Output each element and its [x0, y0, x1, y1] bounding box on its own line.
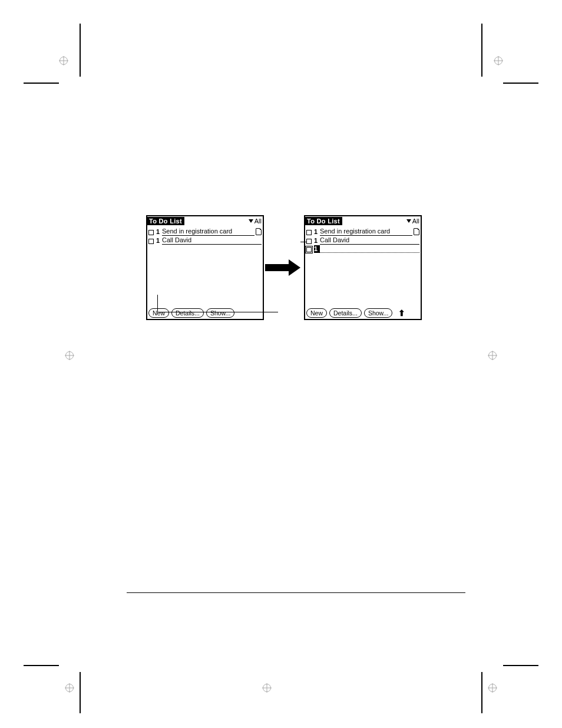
category-dropdown[interactable]: All [406, 218, 419, 225]
button-bar: New Details... Show... ⬆ [306, 308, 405, 318]
todo-text[interactable]: Call David [162, 236, 262, 245]
category-dropdown[interactable]: All [249, 218, 262, 225]
crop-tick [24, 665, 59, 666]
annotation-line [157, 295, 278, 312]
todo-text-empty[interactable] [320, 252, 419, 253]
registration-mark [488, 683, 497, 693]
category-label: All [412, 218, 419, 225]
note-icon[interactable] [256, 228, 262, 235]
crop-tick [503, 83, 538, 84]
todo-screen-after: To Do List All 1 Send in registration ca… [304, 215, 422, 320]
crop-tick [503, 665, 538, 666]
title-bar: To Do List All [305, 216, 421, 226]
crop-tick [80, 24, 81, 77]
note-icon[interactable] [414, 228, 419, 235]
priority-label: 1 [314, 228, 320, 236]
todo-text[interactable]: Send in registration card [162, 228, 254, 236]
todo-item-new[interactable]: 1 [306, 245, 419, 253]
todo-item[interactable]: 1 Call David [148, 236, 262, 245]
crop-tick [481, 24, 482, 77]
todo-list: 1 Send in registration card 1 Call David [147, 226, 263, 245]
registration-mark [262, 683, 272, 693]
checkbox-icon[interactable] [306, 247, 312, 252]
priority-label: 1 [156, 237, 162, 245]
checkbox-icon[interactable] [148, 239, 154, 244]
registration-mark [494, 56, 503, 65]
horizontal-rule [127, 592, 465, 593]
todo-item[interactable]: 1 Send in registration card [148, 228, 262, 236]
priority-label: 1 [314, 237, 320, 245]
registration-mark [65, 683, 74, 693]
todo-list: 1 Send in registration card 1 Call David… [305, 226, 421, 253]
app-title: To Do List [305, 217, 342, 225]
todo-text[interactable]: Send in registration card [320, 228, 412, 236]
todo-item[interactable]: 1 Send in registration card [306, 228, 419, 236]
title-bar: To Do List All [147, 216, 263, 226]
details-button[interactable]: Details... [329, 308, 362, 318]
todo-text[interactable]: Call David [320, 236, 419, 245]
registration-mark [65, 351, 74, 360]
show-button[interactable]: Show... [364, 308, 392, 318]
checkbox-icon[interactable] [148, 230, 154, 235]
todo-item[interactable]: 1 Call David [306, 236, 419, 245]
registration-mark [488, 351, 497, 360]
crop-tick [24, 83, 59, 84]
priority-label-selected: 1 [314, 245, 320, 253]
category-label: All [254, 218, 262, 225]
dropdown-triangle-icon [249, 219, 253, 223]
crop-tick [481, 672, 482, 713]
new-button[interactable]: New [306, 308, 327, 318]
annotation-tick [300, 242, 306, 242]
checkbox-icon[interactable] [306, 230, 312, 235]
shift-indicator-icon: ⬆ [398, 308, 405, 318]
priority-label: 1 [156, 228, 162, 236]
dropdown-triangle-icon [406, 219, 411, 223]
registration-mark [59, 56, 68, 65]
arrow-right-icon [265, 259, 300, 276]
crop-tick [80, 672, 81, 713]
checkbox-icon[interactable] [306, 239, 312, 244]
app-title: To Do List [147, 217, 184, 225]
